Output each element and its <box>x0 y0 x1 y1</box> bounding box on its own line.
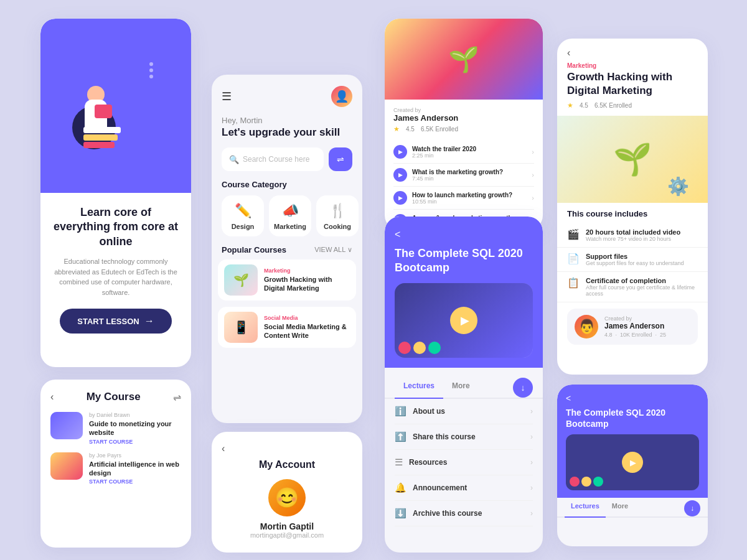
filter-icon[interactable]: ⇌ <box>173 391 181 403</box>
play-icon-2[interactable]: ▶ <box>393 168 407 182</box>
popular-list: 🌱 Marketing Growth Hacking with Digital … <box>212 259 362 348</box>
design-icon: ✏️ <box>235 203 251 219</box>
sql-tab-lectures[interactable]: Lectures <box>395 375 443 399</box>
account-email: mortingaptil@gmail.com <box>222 531 352 539</box>
my-account-card: ‹ My Account 😊 Mortin Gaptil mortingapti… <box>212 432 362 553</box>
play-icon-1[interactable]: ▶ <box>393 145 407 159</box>
hero-background <box>40 19 191 193</box>
popular-name-1: Growth Hacking with Digital Marketing <box>264 275 350 293</box>
sql2-tab-lectures[interactable]: Lectures <box>565 498 606 518</box>
sql2-back-icon[interactable]: < <box>566 393 699 403</box>
menu-item-share[interactable]: ⬆️ Share this course › <box>395 424 533 450</box>
sql2-play-button[interactable]: ▶ <box>622 452 643 473</box>
popular-item-2[interactable]: 📱 Social Media Social Media Marketing & … <box>218 307 356 348</box>
course-info-1: by Daniel Brawn Guide to monetizing your… <box>89 412 181 445</box>
sql-down-button[interactable]: ↓ <box>513 378 533 398</box>
menu-label-about: About us <box>413 407 445 416</box>
detail-author: James Anderson <box>393 113 534 123</box>
cooking-icon: 🍴 <box>329 203 346 219</box>
menu-item-about[interactable]: ℹ️ About us › <box>395 399 533 424</box>
popular-item-1[interactable]: 🌱 Marketing Growth Hacking with Digital … <box>218 259 356 301</box>
user-avatar[interactable]: 👤 <box>331 86 352 107</box>
sql-video-box[interactable]: ▶ <box>395 283 533 358</box>
filter-button[interactable]: ⇌ <box>329 147 352 171</box>
ghdm-enrolled: 6.5K Enrolled <box>594 102 632 109</box>
sql-tabs-row: Lectures More ↓ <box>385 375 543 399</box>
popular-name-2: Social Media Marketing & Content Write <box>264 322 350 340</box>
sql-title: The Complete SQL 2020 Bootcamp <box>395 246 533 276</box>
ghdm-art: 🌱 ⚙️ <box>557 116 708 203</box>
account-back-icon[interactable]: ‹ <box>222 443 352 454</box>
menu-label-resources: Resources <box>409 458 447 467</box>
lesson-dur-3: 10:55 min <box>412 198 512 205</box>
play-icon-3[interactable]: ▶ <box>393 191 407 205</box>
ghdm-art-icon: 🌱 <box>613 141 652 177</box>
video-icon: 🎬 <box>567 228 580 240</box>
course-name-1: Guide to monetizing your website <box>89 419 181 437</box>
sql2-tabs-row: Lectures More ↓ <box>557 498 708 518</box>
play-triangle-icon: ▶ <box>461 314 469 327</box>
category-design-label: Design <box>232 223 255 230</box>
search-box[interactable]: 🔍 Search Course here <box>222 147 324 171</box>
sql2-avatar-2 <box>581 477 591 487</box>
menu-item-announcement[interactable]: 🔔 Announcement › <box>395 475 533 501</box>
ghdm-thumbnail: 🌱 ⚙️ <box>557 116 708 203</box>
book-3 <box>83 142 115 148</box>
menu-chev-4: › <box>530 483 533 492</box>
menu-item-resources[interactable]: ☰ Resources › <box>395 450 533 475</box>
instructor-avatar: 👨 <box>575 315 598 338</box>
course-link-2[interactable]: START COURSE <box>89 478 181 485</box>
category-design[interactable]: ✏️ Design <box>222 195 264 236</box>
my-course-card: ‹ My Course ⇌ by Daniel Brawn Guide to m… <box>40 380 191 548</box>
lesson-item-2[interactable]: ▶ What is the marketing growth? 7:45 min… <box>393 164 534 187</box>
menu-label-announcement: Announcement <box>413 483 467 492</box>
course-home-card: ☰ 👤 Hey, Mortin Let's upgrade your skill… <box>212 75 362 423</box>
marketing-icon: 📣 <box>282 203 299 219</box>
ghdm-back-icon[interactable]: ‹ <box>567 47 570 58</box>
sql-play-button[interactable]: ▶ <box>450 307 477 334</box>
sql2-tab-more[interactable]: More <box>606 498 634 516</box>
resources-icon: ☰ <box>395 457 403 468</box>
avatar-3 <box>428 342 441 354</box>
view-all-link[interactable]: VIEW ALL ∨ <box>314 246 352 254</box>
account-title: My Account <box>222 459 352 470</box>
about-icon: ℹ️ <box>395 406 406 417</box>
include-sub-3: After full course you get certificate & … <box>586 284 698 297</box>
course-link-1[interactable]: START COURSE <box>89 439 181 445</box>
instructor-enrolled: 10K Enrolled <box>620 332 652 338</box>
instructor-avatar-icon: 👨 <box>578 319 595 335</box>
sql-tab-more[interactable]: More <box>443 375 479 398</box>
sql2-video-avatars <box>570 477 603 487</box>
avatar-1 <box>398 342 411 354</box>
category-cooking[interactable]: 🍴 Cooking <box>316 195 359 236</box>
category-marketing-label: Marketing <box>274 223 306 230</box>
lesson-item-1[interactable]: ▶ Watch the trailer 2020 2:25 min › <box>393 141 534 164</box>
start-lesson-button[interactable]: START LESSON → <box>60 309 171 334</box>
ghdm-meta: ★ 4.5 6.5K Enrolled <box>567 101 698 110</box>
lesson-item-3[interactable]: ▶ How to launch marketing growth? 10:55 … <box>393 187 534 210</box>
sql2-title: The Complete SQL 2020 Bootcamp <box>566 407 699 429</box>
instructor-created-by: Created by <box>604 315 666 322</box>
categories-title: Course Category <box>222 180 352 189</box>
sql-back-icon[interactable]: < <box>395 229 533 240</box>
back-arrow-icon[interactable]: ‹ <box>50 391 54 403</box>
include-item-2: 📄 Support files Get support files for ea… <box>557 248 708 272</box>
detail-meta: ★ 4.5 6.5K Enrolled <box>393 125 534 133</box>
course-info-2: by Joe Payrs Artificial intelligence in … <box>89 452 181 485</box>
course-author-1: by Daniel Brawn <box>89 412 181 418</box>
sql-video-inner: ▶ <box>395 283 533 358</box>
category-marketing[interactable]: 📣 Marketing <box>269 195 311 236</box>
figure-body <box>85 100 107 131</box>
growth-hacking-card: ‹ Marketing Growth Hacking with Digital … <box>557 39 708 375</box>
sql2-down-button[interactable]: ↓ <box>684 500 700 516</box>
sql2-hero: < The Complete SQL 2020 Bootcamp ▶ <box>557 385 708 498</box>
ghdm-art-gear: ⚙️ <box>667 176 689 197</box>
announcement-icon: 🔔 <box>395 482 406 493</box>
popular-title: Popular Courses <box>222 245 286 254</box>
course-thumb-1 <box>50 412 83 439</box>
popular-info-1: Marketing Growth Hacking with Digital Ma… <box>264 268 350 293</box>
menu-item-archive[interactable]: ⬇️ Archive this course › <box>395 501 533 526</box>
hamburger-icon[interactable]: ☰ <box>222 90 232 103</box>
lesson-dur-1: 2:25 min <box>412 152 476 159</box>
sql2-video-box[interactable]: ▶ <box>566 434 699 490</box>
